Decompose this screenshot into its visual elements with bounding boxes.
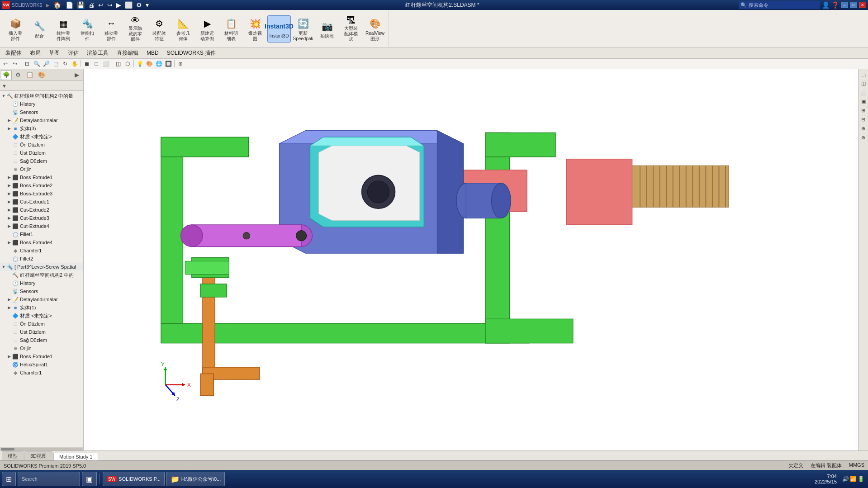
tree-history-2[interactable]: 🕐 History [0,279,83,287]
tree-sensors-2[interactable]: 📡 Sensors [0,287,83,295]
assembly-feature-button[interactable]: ⚙ 装配体特征 [147,15,171,43]
tree-material-1[interactable]: 🔷 材质 <未指定> [0,133,83,141]
tree-part3-section[interactable]: ▼ 🔩 [ Part3^Lever-Screw Spatial [0,263,83,271]
right-btn-6[interactable]: ⊟ [859,115,868,123]
menu-plugins[interactable]: SOLIDWORKS 插件 [163,48,220,58]
right-btn-2[interactable]: ◫ [859,79,868,87]
config-tab[interactable]: 📋 [24,70,35,80]
scroll-thumb[interactable] [1,448,14,450]
command-search[interactable]: 🔍 搜索命令 [739,1,820,9]
tree-annotations-2[interactable]: ▶ 📝 Detaylandırmalar [0,295,83,303]
cortana-button[interactable]: Search [18,472,80,486]
viewport[interactable]: X Y Z [84,69,858,450]
tree-front-plane-1[interactable]: □ Ön Düzlem [0,141,83,149]
tree-front-plane-2[interactable]: □ Ön Düzlem [0,320,83,328]
tree-annotations-1[interactable]: ▶ 📝 Detaylandırmalar [0,116,83,124]
motion-study-button[interactable]: ▶ 新建运动算例 [195,15,219,43]
task-view-button[interactable]: ▣ [82,472,97,486]
part3-expand-icon[interactable]: ▼ [1,264,6,270]
tab-motion-study[interactable]: Motion Study 1 [53,453,98,460]
bom-button[interactable]: 📋 材料明细表 [219,15,243,43]
tree-boss-extrude-2[interactable]: ▶ ⬛ Boss-Extrude2 [0,181,83,190]
tab-3dview[interactable]: 3D视图 [24,451,52,460]
menu-layout[interactable]: 布局 [26,48,44,58]
feature-tree-tab[interactable]: 🌳 [1,70,12,80]
tree-chamfer-2[interactable]: ◆ Chamfer1 [0,369,83,377]
tree-part3-sublabel[interactable]: 🔨 红杆螺丝空间机构2 中的 [0,271,83,279]
tree-boss-extrude-5[interactable]: ▶ ⬛ Boss-Extrude1 [0,352,83,360]
zoom-out-button[interactable]: 🔎 [42,59,51,68]
display-tab[interactable]: 🎨 [36,70,47,80]
right-btn-5[interactable]: ⊞ [859,106,868,114]
tree-history-1[interactable]: 🕐 History [0,100,83,108]
large-assembly-button[interactable]: 🏗 大型装配体模式 [339,15,363,43]
tree-solid-bodies-1[interactable]: ▶ ■ 实体(3) [0,124,83,133]
tree-top-plane-1[interactable]: □ Üst Düzlem [0,149,83,157]
right-btn-1[interactable]: ⬚ [859,70,868,78]
explode-button[interactable]: ⬡ [123,59,132,68]
decals-button[interactable]: 🔲 [164,59,173,68]
close-button[interactable]: ✕ [859,2,866,8]
right-btn-7[interactable]: ⊕ [859,124,868,133]
tree-solid-bodies-2[interactable]: ▶ ■ 实体(1) [0,303,83,312]
menu-evaluate[interactable]: 评估 [64,48,82,58]
tray-icon-2[interactable]: 📶 [850,476,857,482]
mate-button[interactable]: 🔧 配合 [28,15,51,43]
appearance-button[interactable]: 🎨 [145,59,154,68]
menu-mbd[interactable]: MBD [143,49,162,57]
tree-right-plane-1[interactable]: □ Sağ Düzlem [0,157,83,165]
feature-tree[interactable]: ▼ 🔨 红杆螺丝空间机构2 中的量 🕐 History 📡 Sensors ▶ … [0,91,83,447]
explode-view-button[interactable]: 💥 爆炸视图 [243,15,267,43]
pan-button[interactable]: ✋ [70,59,79,68]
snapshot-button[interactable]: 📷 拍快照 [315,15,339,43]
right-btn-3[interactable]: ⬜ [859,88,868,96]
tree-cut-extrude-3[interactable]: ▶ ⬛ Cut-Extrude3 [0,214,83,222]
menu-sketch[interactable]: 草图 [45,48,63,58]
ref-geometry-button[interactable]: 📐 参考几何体 [171,15,195,43]
minimize-button[interactable]: ─ [841,2,848,8]
start-button[interactable]: ⊞ [2,472,16,486]
tree-helix-1[interactable]: 🌀 Helix/Spiral1 [0,360,83,369]
instant3d-button[interactable]: Instant3D Instant3D [267,15,291,43]
expand-icon[interactable]: ▼ [1,93,6,99]
tree-fillet-2[interactable]: ◯ Fillet2 [0,255,83,263]
tree-boss-extrude-3[interactable]: ▶ ⬛ Boss-Extrude3 [0,190,83,198]
scene-button[interactable]: 🌐 [154,59,163,68]
undo-button[interactable]: ↩ [1,59,10,68]
tree-origin-2[interactable]: ⊕ Orijin [0,344,83,352]
collapse-panel-button[interactable]: ▶ [71,70,82,80]
3d-pointer-button[interactable]: ⊕ [176,59,185,68]
tree-material-2[interactable]: 🔷 材质 <未指定> [0,312,83,320]
move-component-button[interactable]: ↔ 移动零部件 [100,15,123,43]
tree-fillet-1[interactable]: ◯ Fillet1 [0,230,83,238]
menu-render-tools[interactable]: 渲染工具 [83,48,112,58]
tree-scrollbar[interactable] [0,447,83,450]
tree-right-plane-2[interactable]: □ Sağ Düzlem [0,336,83,344]
tree-boss-extrude-4[interactable]: ▶ ⬛ Boss-Extrude4 [0,238,83,246]
tree-cut-extrude-4[interactable]: ▶ ⬛ Cut-Extrude4 [0,222,83,230]
solidworks-taskbar-button[interactable]: SW SOLIDWORKS P... [103,472,165,486]
tree-top-plane-2[interactable]: □ Üst Düzlem [0,328,83,336]
properties-tab[interactable]: ⚙ [13,70,24,80]
tree-root-assembly[interactable]: ▼ 🔨 红杆螺丝空间机构2 中的量 [0,92,83,100]
tree-chamfer-1[interactable]: ◆ Chamfer1 [0,246,83,255]
smart-fastener-button[interactable]: 🔩 智能扣件 [76,15,99,43]
realview-button[interactable]: 🎨 RealView图形 [363,15,387,43]
restore-button[interactable]: ▭ [850,2,857,8]
tree-origin-1[interactable]: ⊕ Orijin [0,165,83,173]
tree-cut-extrude-2[interactable]: ▶ ⬛ Cut-Extrude2 [0,206,83,214]
shaded-button[interactable]: ◼ [82,59,91,68]
linear-array-button[interactable]: ▦ 线性零件阵列 [52,15,75,43]
hidden-lines-button[interactable]: ⬜ [101,59,110,68]
folder-taskbar-button[interactable]: 📁 H:\微信公众号\0... [166,472,225,486]
wireframe-button[interactable]: □ [92,59,101,68]
section-view-button[interactable]: ◫ [114,59,123,68]
redo-button[interactable]: ↪ [10,59,19,68]
insert-part-button[interactable]: 📦 插入零部件 [4,15,27,43]
update-speedpak-button[interactable]: 🔄 更新Speedpak [291,15,315,43]
right-btn-4[interactable]: ▣ [859,97,868,105]
rotate-view-button[interactable]: ↻ [61,59,70,68]
zoom-fit-button[interactable]: ⊡ [23,59,32,68]
right-btn-8[interactable]: ⊗ [859,133,868,142]
tree-sensors-1[interactable]: 📡 Sensors [0,108,83,116]
